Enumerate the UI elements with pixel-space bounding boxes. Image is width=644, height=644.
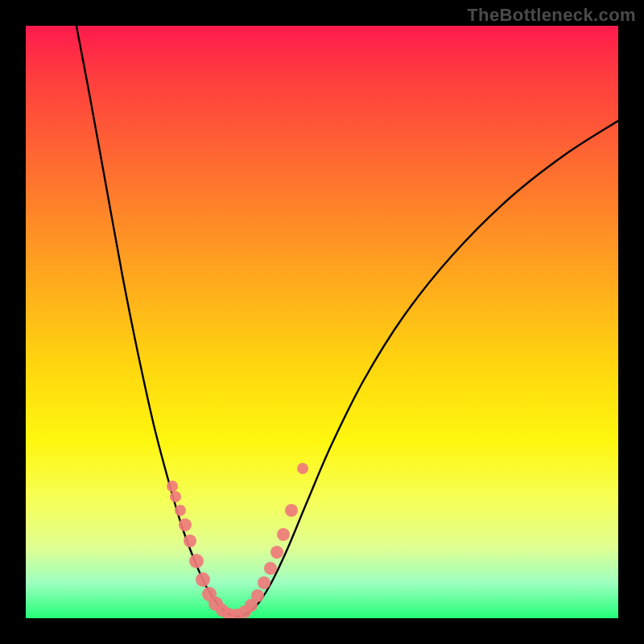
bottleneck-curve [75,26,618,617]
plot-area [26,26,618,618]
data-point-marker [277,528,290,541]
data-point-marker [170,491,181,502]
data-point-marker [251,589,264,602]
watermark-text: TheBottleneck.com [467,5,636,26]
chart-frame: TheBottleneck.com [0,0,644,644]
data-point-marker [167,481,178,492]
bottleneck-curve-svg [26,26,618,618]
data-point-marker [196,572,210,587]
data-point-marker [270,546,283,559]
data-point-marker [297,463,308,474]
data-point-marker [184,535,196,547]
data-point-marker [175,505,186,516]
data-point-markers [167,463,308,618]
data-point-marker [189,554,204,568]
data-point-marker [285,504,298,517]
data-point-marker [258,576,270,589]
data-point-marker [264,562,277,575]
data-point-marker [179,518,192,531]
